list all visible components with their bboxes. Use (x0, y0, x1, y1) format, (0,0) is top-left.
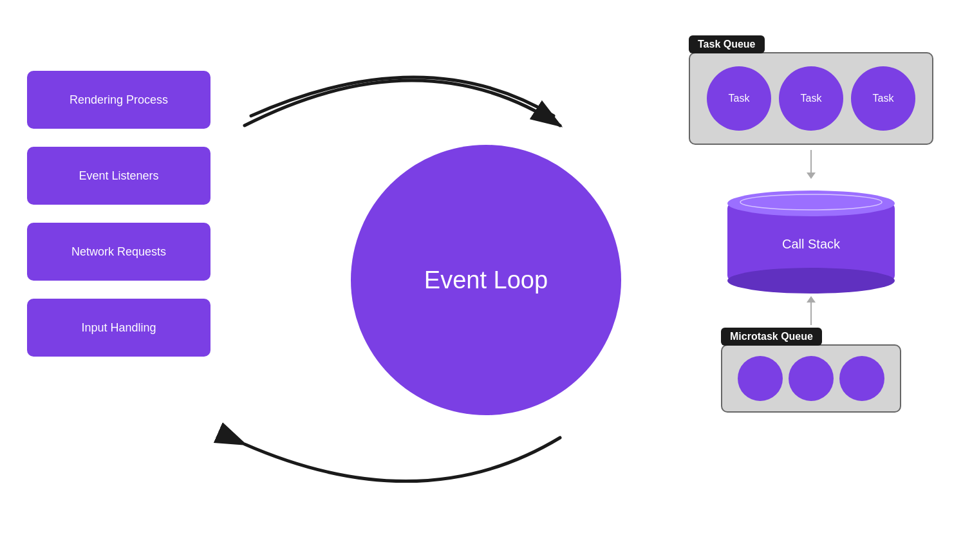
event-listeners-box: Event Listeners (27, 147, 210, 205)
arrow-up-connector (807, 296, 816, 325)
arrow-head-down (807, 173, 816, 179)
event-loop-label: Event Loop (424, 266, 548, 294)
microtask-queue-label: Microtask Queue (721, 328, 822, 346)
rendering-process-label: Rendering Process (70, 93, 168, 107)
microtask-circle-1 (738, 356, 783, 401)
task-label-1: Task (729, 93, 750, 104)
event-loop-circle: Event Loop (351, 145, 621, 415)
microtask-queue-box (721, 344, 901, 413)
left-boxes-container: Rendering Process Event Listeners Networ… (27, 71, 210, 357)
call-stack-wrapper: Call Stack (721, 184, 901, 294)
task-circle-1: Task (707, 66, 771, 131)
call-stack-svg: Call Stack (721, 184, 901, 294)
task-label-2: Task (801, 93, 822, 104)
connector-line-down (810, 150, 812, 173)
task-circle-3: Task (851, 66, 915, 131)
input-handling-box: Input Handling (27, 299, 210, 357)
event-listeners-label: Event Listeners (79, 169, 158, 183)
microtask-circle-3 (839, 356, 884, 401)
task-queue-wrapper: Task Queue Task Task Task (689, 35, 933, 145)
input-handling-label: Input Handling (81, 321, 156, 335)
network-requests-box: Network Requests (27, 223, 210, 281)
arrow-down-connector (807, 150, 816, 179)
task-label-3: Task (873, 93, 894, 104)
rendering-process-box: Rendering Process (27, 71, 210, 129)
network-requests-label: Network Requests (71, 245, 166, 259)
svg-point-4 (727, 268, 895, 294)
arrow-head-up (807, 296, 816, 303)
right-layout: Task Queue Task Task Task (689, 35, 933, 413)
connector-line-up (810, 303, 812, 325)
microtask-circle-2 (789, 356, 834, 401)
task-queue-box: Task Task Task (689, 52, 933, 145)
call-stack-text: Call Stack (782, 237, 841, 251)
task-queue-label: Task Queue (689, 35, 765, 53)
task-circle-2: Task (779, 66, 843, 131)
event-loop-area: Event Loop (351, 145, 621, 415)
microtask-wrapper: Microtask Queue (721, 328, 901, 413)
svg-marker-0 (541, 106, 554, 119)
